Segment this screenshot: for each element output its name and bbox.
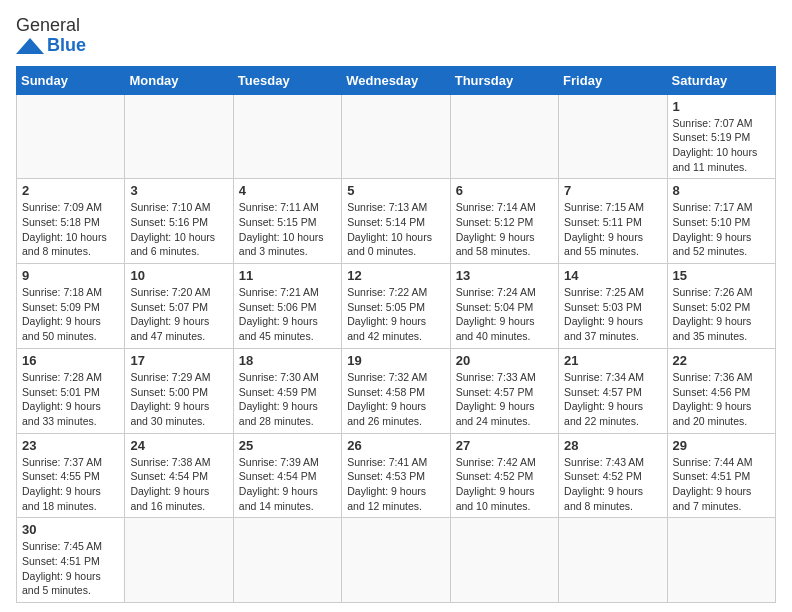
day-number: 30: [22, 522, 119, 537]
calendar-cell: [667, 518, 775, 603]
calendar-header-row: SundayMondayTuesdayWednesdayThursdayFrid…: [17, 66, 776, 94]
day-info: Sunrise: 7:07 AMSunset: 5:19 PMDaylight:…: [673, 116, 770, 175]
day-info: Sunrise: 7:36 AMSunset: 4:56 PMDaylight:…: [673, 370, 770, 429]
calendar-cell: 2Sunrise: 7:09 AMSunset: 5:18 PMDaylight…: [17, 179, 125, 264]
day-number: 1: [673, 99, 770, 114]
day-number: 23: [22, 438, 119, 453]
calendar-cell: 17Sunrise: 7:29 AMSunset: 5:00 PMDayligh…: [125, 348, 233, 433]
logo: General Blue: [16, 16, 86, 56]
calendar-table: SundayMondayTuesdayWednesdayThursdayFrid…: [16, 66, 776, 604]
day-info: Sunrise: 7:13 AMSunset: 5:14 PMDaylight:…: [347, 200, 444, 259]
blue-triangle-icon: [16, 38, 44, 54]
calendar-cell: [559, 518, 667, 603]
calendar-cell: 18Sunrise: 7:30 AMSunset: 4:59 PMDayligh…: [233, 348, 341, 433]
day-info: Sunrise: 7:41 AMSunset: 4:53 PMDaylight:…: [347, 455, 444, 514]
day-info: Sunrise: 7:42 AMSunset: 4:52 PMDaylight:…: [456, 455, 553, 514]
day-number: 27: [456, 438, 553, 453]
day-info: Sunrise: 7:30 AMSunset: 4:59 PMDaylight:…: [239, 370, 336, 429]
calendar-cell: [125, 518, 233, 603]
calendar-cell: 8Sunrise: 7:17 AMSunset: 5:10 PMDaylight…: [667, 179, 775, 264]
calendar-week-row: 23Sunrise: 7:37 AMSunset: 4:55 PMDayligh…: [17, 433, 776, 518]
day-header-saturday: Saturday: [667, 66, 775, 94]
calendar-cell: 20Sunrise: 7:33 AMSunset: 4:57 PMDayligh…: [450, 348, 558, 433]
day-number: 29: [673, 438, 770, 453]
day-info: Sunrise: 7:15 AMSunset: 5:11 PMDaylight:…: [564, 200, 661, 259]
day-info: Sunrise: 7:29 AMSunset: 5:00 PMDaylight:…: [130, 370, 227, 429]
calendar-cell: 27Sunrise: 7:42 AMSunset: 4:52 PMDayligh…: [450, 433, 558, 518]
calendar-cell: 1Sunrise: 7:07 AMSunset: 5:19 PMDaylight…: [667, 94, 775, 179]
day-number: 24: [130, 438, 227, 453]
day-header-monday: Monday: [125, 66, 233, 94]
day-info: Sunrise: 7:25 AMSunset: 5:03 PMDaylight:…: [564, 285, 661, 344]
calendar-cell: 19Sunrise: 7:32 AMSunset: 4:58 PMDayligh…: [342, 348, 450, 433]
day-info: Sunrise: 7:43 AMSunset: 4:52 PMDaylight:…: [564, 455, 661, 514]
day-header-wednesday: Wednesday: [342, 66, 450, 94]
day-info: Sunrise: 7:22 AMSunset: 5:05 PMDaylight:…: [347, 285, 444, 344]
day-header-tuesday: Tuesday: [233, 66, 341, 94]
day-number: 11: [239, 268, 336, 283]
calendar-cell: [342, 94, 450, 179]
calendar-cell: 7Sunrise: 7:15 AMSunset: 5:11 PMDaylight…: [559, 179, 667, 264]
calendar-cell: 5Sunrise: 7:13 AMSunset: 5:14 PMDaylight…: [342, 179, 450, 264]
day-info: Sunrise: 7:44 AMSunset: 4:51 PMDaylight:…: [673, 455, 770, 514]
day-number: 9: [22, 268, 119, 283]
day-info: Sunrise: 7:34 AMSunset: 4:57 PMDaylight:…: [564, 370, 661, 429]
calendar-cell: 26Sunrise: 7:41 AMSunset: 4:53 PMDayligh…: [342, 433, 450, 518]
calendar-cell: 11Sunrise: 7:21 AMSunset: 5:06 PMDayligh…: [233, 264, 341, 349]
calendar-cell: 15Sunrise: 7:26 AMSunset: 5:02 PMDayligh…: [667, 264, 775, 349]
day-info: Sunrise: 7:37 AMSunset: 4:55 PMDaylight:…: [22, 455, 119, 514]
day-info: Sunrise: 7:20 AMSunset: 5:07 PMDaylight:…: [130, 285, 227, 344]
day-number: 28: [564, 438, 661, 453]
calendar-cell: 30Sunrise: 7:45 AMSunset: 4:51 PMDayligh…: [17, 518, 125, 603]
day-number: 3: [130, 183, 227, 198]
day-number: 17: [130, 353, 227, 368]
calendar-cell: 10Sunrise: 7:20 AMSunset: 5:07 PMDayligh…: [125, 264, 233, 349]
calendar-cell: 3Sunrise: 7:10 AMSunset: 5:16 PMDaylight…: [125, 179, 233, 264]
day-number: 2: [22, 183, 119, 198]
calendar-cell: 4Sunrise: 7:11 AMSunset: 5:15 PMDaylight…: [233, 179, 341, 264]
calendar-cell: 28Sunrise: 7:43 AMSunset: 4:52 PMDayligh…: [559, 433, 667, 518]
calendar-cell: 16Sunrise: 7:28 AMSunset: 5:01 PMDayligh…: [17, 348, 125, 433]
calendar-cell: 24Sunrise: 7:38 AMSunset: 4:54 PMDayligh…: [125, 433, 233, 518]
calendar-cell: 25Sunrise: 7:39 AMSunset: 4:54 PMDayligh…: [233, 433, 341, 518]
day-info: Sunrise: 7:10 AMSunset: 5:16 PMDaylight:…: [130, 200, 227, 259]
day-number: 4: [239, 183, 336, 198]
day-info: Sunrise: 7:17 AMSunset: 5:10 PMDaylight:…: [673, 200, 770, 259]
day-number: 26: [347, 438, 444, 453]
day-info: Sunrise: 7:45 AMSunset: 4:51 PMDaylight:…: [22, 539, 119, 598]
day-info: Sunrise: 7:18 AMSunset: 5:09 PMDaylight:…: [22, 285, 119, 344]
day-info: Sunrise: 7:38 AMSunset: 4:54 PMDaylight:…: [130, 455, 227, 514]
calendar-cell: [17, 94, 125, 179]
day-number: 12: [347, 268, 444, 283]
calendar-cell: [559, 94, 667, 179]
day-info: Sunrise: 7:21 AMSunset: 5:06 PMDaylight:…: [239, 285, 336, 344]
calendar-week-row: 30Sunrise: 7:45 AMSunset: 4:51 PMDayligh…: [17, 518, 776, 603]
day-number: 19: [347, 353, 444, 368]
calendar-cell: [342, 518, 450, 603]
day-number: 21: [564, 353, 661, 368]
calendar-cell: 9Sunrise: 7:18 AMSunset: 5:09 PMDaylight…: [17, 264, 125, 349]
day-info: Sunrise: 7:32 AMSunset: 4:58 PMDaylight:…: [347, 370, 444, 429]
day-number: 14: [564, 268, 661, 283]
day-number: 18: [239, 353, 336, 368]
calendar-cell: 13Sunrise: 7:24 AMSunset: 5:04 PMDayligh…: [450, 264, 558, 349]
logo-text: General Blue: [16, 16, 86, 56]
calendar-cell: 22Sunrise: 7:36 AMSunset: 4:56 PMDayligh…: [667, 348, 775, 433]
day-info: Sunrise: 7:11 AMSunset: 5:15 PMDaylight:…: [239, 200, 336, 259]
calendar-cell: 12Sunrise: 7:22 AMSunset: 5:05 PMDayligh…: [342, 264, 450, 349]
day-info: Sunrise: 7:33 AMSunset: 4:57 PMDaylight:…: [456, 370, 553, 429]
calendar-week-row: 9Sunrise: 7:18 AMSunset: 5:09 PMDaylight…: [17, 264, 776, 349]
day-info: Sunrise: 7:39 AMSunset: 4:54 PMDaylight:…: [239, 455, 336, 514]
calendar-week-row: 2Sunrise: 7:09 AMSunset: 5:18 PMDaylight…: [17, 179, 776, 264]
calendar-cell: 29Sunrise: 7:44 AMSunset: 4:51 PMDayligh…: [667, 433, 775, 518]
day-header-thursday: Thursday: [450, 66, 558, 94]
day-number: 22: [673, 353, 770, 368]
calendar-cell: 6Sunrise: 7:14 AMSunset: 5:12 PMDaylight…: [450, 179, 558, 264]
day-number: 13: [456, 268, 553, 283]
day-info: Sunrise: 7:28 AMSunset: 5:01 PMDaylight:…: [22, 370, 119, 429]
calendar-cell: [125, 94, 233, 179]
calendar-cell: 23Sunrise: 7:37 AMSunset: 4:55 PMDayligh…: [17, 433, 125, 518]
day-number: 6: [456, 183, 553, 198]
calendar-cell: 21Sunrise: 7:34 AMSunset: 4:57 PMDayligh…: [559, 348, 667, 433]
calendar-cell: [233, 518, 341, 603]
